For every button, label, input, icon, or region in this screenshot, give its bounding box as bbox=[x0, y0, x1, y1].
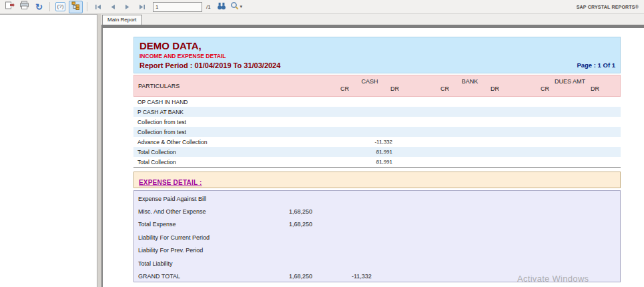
brand-label: SAP CRYSTAL REPORTS® bbox=[577, 5, 641, 9]
bank-cr-label: CR bbox=[420, 85, 470, 92]
row-label: OP CASH IN HAND bbox=[133, 99, 319, 105]
tab-main-report[interactable]: Main Report bbox=[102, 15, 142, 25]
toolbar-separator bbox=[49, 2, 50, 11]
magnifier-icon bbox=[230, 1, 239, 13]
page-total-label: /1 bbox=[206, 4, 211, 10]
dues-dr-label: DR bbox=[570, 85, 620, 92]
column-group-dues: DUES AMT CR DR bbox=[520, 75, 620, 96]
report-header: DEMO DATA, INCOME AND EXPENSE DETAIL Rep… bbox=[133, 37, 621, 73]
report-content: DEMO DATA, INCOME AND EXPENSE DETAIL Rep… bbox=[133, 37, 621, 282]
table-body: OP CASH IN HAND P CASH AT BANK bbox=[133, 97, 621, 168]
expense-label: Liability For Current Period bbox=[134, 234, 286, 241]
expense-label: Total Liability bbox=[134, 260, 286, 267]
row-label: Collection from test bbox=[133, 129, 319, 135]
bank-dr-label: DR bbox=[470, 85, 520, 92]
column-groups: CASH CR DR BANK CR DR DU bbox=[320, 75, 620, 96]
row-label: Total Collection bbox=[133, 149, 319, 156]
crystal-reports-viewer: ↻ (?) bbox=[0, 0, 644, 287]
next-page-icon bbox=[125, 1, 130, 13]
expense-value-1: 1,68,250 bbox=[286, 221, 348, 228]
toggle-group-tree-button[interactable] bbox=[69, 1, 83, 13]
previous-page-button[interactable] bbox=[106, 1, 119, 13]
row-label: Advance & Other Collection bbox=[133, 139, 319, 146]
report-period: Report Period : 01/04/2019 To 31/03/2024 bbox=[139, 61, 615, 69]
expense-label: GRAND TOTAL bbox=[134, 273, 286, 280]
table-row: Collection from test bbox=[133, 127, 621, 137]
expense-row: Expense Paid Against Bill bbox=[134, 192, 620, 205]
expense-detail-header: EXPENSE DETAIL : bbox=[133, 172, 621, 188]
row-label: Collection from test bbox=[133, 119, 319, 125]
report-page: DEMO DATA, INCOME AND EXPENSE DETAIL Rep… bbox=[101, 28, 644, 287]
row-label: P CASH AT BANK bbox=[133, 109, 319, 115]
group-tree-icon bbox=[71, 1, 80, 13]
column-group-bank: BANK CR DR bbox=[420, 75, 520, 96]
table-header: PARTICULARS CASH CR DR BANK CR DR bbox=[133, 75, 621, 97]
report-subtitle: INCOME AND EXPENSE DETAIL bbox=[139, 53, 615, 59]
table-row: Advance & Other Collection -11,332 bbox=[133, 137, 621, 147]
print-icon bbox=[19, 1, 29, 13]
expense-row: Total Liability bbox=[134, 257, 620, 270]
find-button[interactable] bbox=[216, 1, 228, 13]
bank-group-label: BANK bbox=[420, 75, 520, 85]
column-particulars: PARTICULARS bbox=[134, 75, 320, 96]
cash-dr-value: 81,991 bbox=[369, 159, 419, 165]
cash-cr-label: CR bbox=[320, 85, 370, 92]
print-button[interactable] bbox=[18, 1, 31, 13]
expense-value-2: -11,332 bbox=[348, 273, 435, 280]
cash-dr-value: 81,991 bbox=[369, 149, 419, 155]
report-title: DEMO DATA, bbox=[139, 40, 615, 51]
export-button[interactable] bbox=[3, 1, 16, 13]
expense-label: Misc. And Other Expense bbox=[134, 208, 286, 215]
first-page-icon bbox=[95, 1, 101, 13]
last-page-button[interactable] bbox=[135, 1, 148, 13]
first-page-button[interactable] bbox=[91, 1, 104, 13]
expense-row: Total Expense 1,68,250 bbox=[134, 218, 620, 231]
expense-label: Liability For Prev. Period bbox=[134, 247, 286, 254]
cash-dr-label: DR bbox=[370, 85, 420, 92]
cash-dr-value: -11,332 bbox=[369, 139, 419, 145]
activate-windows-watermark: Activate Windows bbox=[517, 274, 589, 284]
show-parameters-button[interactable]: (?) bbox=[54, 1, 67, 13]
toolbar: ↻ (?) bbox=[0, 0, 644, 14]
next-page-button[interactable] bbox=[121, 1, 133, 13]
zoom-button[interactable]: ▾ bbox=[230, 1, 243, 13]
binoculars-icon bbox=[217, 1, 226, 13]
group-tree-panel bbox=[0, 14, 97, 287]
expense-label: Expense Paid Against Bill bbox=[134, 196, 286, 202]
table-row: Collection from test bbox=[133, 117, 621, 127]
expense-value-1: 1,68,250 bbox=[286, 273, 348, 280]
expense-value-1: 1,68,250 bbox=[286, 208, 348, 215]
last-page-icon bbox=[139, 1, 145, 13]
expense-row: Liability For Current Period bbox=[134, 231, 620, 244]
expense-detail-title: EXPENSE DETAIL : bbox=[139, 179, 202, 186]
refresh-button[interactable]: ↻ bbox=[33, 1, 45, 13]
expense-detail-section: Expense Paid Against Bill Misc. And Othe… bbox=[133, 190, 621, 282]
column-group-cash: CASH CR DR bbox=[320, 75, 420, 96]
zoom-dropdown-caret-icon: ▾ bbox=[240, 4, 242, 9]
table-row: Total Collection 81,991 bbox=[133, 157, 621, 167]
previous-page-icon bbox=[110, 1, 115, 13]
refresh-icon: ↻ bbox=[35, 3, 43, 11]
cash-group-label: CASH bbox=[320, 75, 420, 85]
row-label: Total Collection bbox=[133, 159, 319, 166]
toolbar-separator bbox=[87, 2, 87, 11]
table-row: Total Collection 81,991 bbox=[133, 147, 621, 157]
expense-label: Total Expense bbox=[134, 221, 286, 228]
table-row: OP CASH IN HAND bbox=[133, 97, 621, 107]
expense-row: Liability For Prev. Period bbox=[134, 244, 620, 257]
export-icon bbox=[5, 1, 15, 13]
page-indicator: Page : 1 Of 1 bbox=[577, 61, 615, 69]
dues-group-label: DUES AMT bbox=[520, 75, 620, 85]
table-row: P CASH AT BANK bbox=[133, 107, 621, 117]
dues-cr-label: CR bbox=[520, 85, 570, 92]
expense-row: Misc. And Other Expense 1,68,250 bbox=[134, 205, 620, 218]
parameters-icon: (?) bbox=[55, 2, 66, 11]
page-number-input[interactable] bbox=[153, 2, 202, 12]
tab-bar: Main Report bbox=[101, 14, 644, 25]
